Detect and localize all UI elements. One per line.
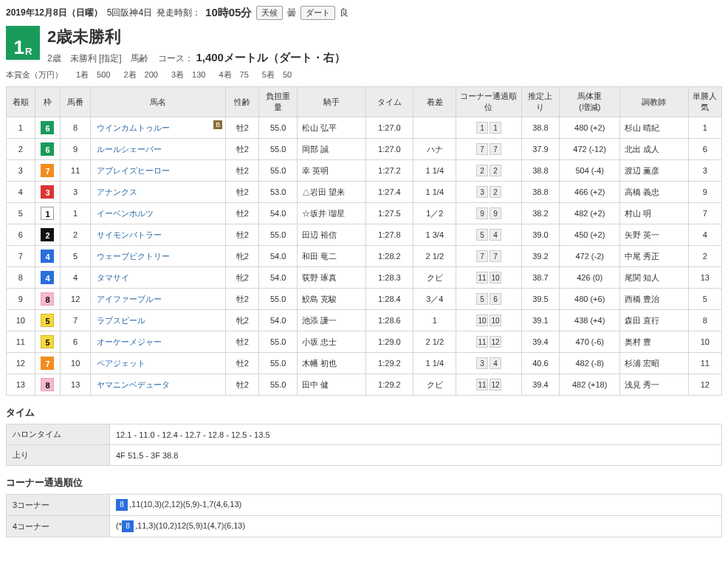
rank-cell: 11 (7, 331, 35, 353)
corner-pos: 3 (476, 186, 488, 198)
time-cell: 1:27.0 (365, 139, 413, 160)
corner-cell: 56 (456, 289, 521, 310)
horse-name-link[interactable]: ヤマニンベデュータ (97, 380, 170, 389)
corner-cell: 11 (456, 117, 521, 139)
rank-cell: 10 (7, 310, 35, 331)
waku-badge: 4 (41, 250, 54, 263)
horse-name-cell: アイファーブルー (91, 289, 226, 310)
agari-cell: 38.7 (521, 267, 560, 289)
corner-pos: 12 (490, 379, 501, 391)
margin-cell: クビ (413, 374, 456, 396)
prize-item: 3着 130 (171, 70, 205, 79)
margin-cell: 1 3/4 (413, 224, 456, 246)
sex-age-cell: 牡2 (226, 224, 259, 246)
carry-weight-cell: 55.0 (259, 160, 298, 182)
corner-cell: 54 (456, 224, 521, 246)
rank-cell: 12 (7, 353, 35, 374)
track-label: ダート (301, 6, 335, 20)
corner-pos: 5 (476, 293, 488, 305)
rank-cell: 5 (7, 203, 35, 224)
horse-weight-cell: 466 (+2) (560, 182, 620, 203)
corner-pos: 11 (476, 272, 488, 283)
corner-pos: 11 (476, 379, 488, 391)
corner-pos: 1 (476, 122, 488, 134)
waku-badge: 6 (41, 142, 54, 156)
horse-name-link[interactable]: ウインカムトゥルー (97, 123, 170, 132)
sex-age-cell: 牡2 (226, 182, 259, 203)
jockey-cell: 池添 謙一 (298, 310, 366, 331)
margin-cell: クビ (413, 267, 456, 289)
umaban-cell: 10 (61, 353, 91, 374)
horse-name-link[interactable]: タマサイ (97, 273, 129, 282)
corner-pos: 10 (476, 314, 488, 326)
umaban-cell: 6 (61, 331, 91, 353)
prize-item: 2着 200 (123, 70, 157, 79)
race-block: 1 R 2歳未勝利 2歳 未勝利 [指定] 馬齢 コース： 1,400メートル（… (6, 26, 722, 65)
umaban-cell: 7 (61, 310, 91, 331)
popularity-cell: 11 (688, 353, 721, 374)
column-header: 性齢 (226, 87, 259, 117)
time-table: ハロンタイム12.1 - 11.0 - 12.4 - 12.7 - 12.8 -… (6, 424, 722, 466)
corner-pos: 6 (490, 293, 501, 305)
horse-name-link[interactable]: ウェーブビクトリー (97, 252, 170, 261)
trainer-cell: 奥村 豊 (620, 331, 689, 353)
waku-cell: 5 (35, 310, 60, 331)
umaban-cell: 9 (61, 139, 91, 160)
horse-name-link[interactable]: サイモンバトラー (97, 230, 162, 239)
corner-pos: 4 (490, 357, 501, 369)
horse-name-link[interactable]: イーベンホルツ (97, 209, 154, 218)
horse-name-link[interactable]: ペアジェット (97, 359, 145, 368)
corner-row-label: 4コーナー (7, 516, 110, 537)
horse-name-link[interactable]: アナンクス (97, 187, 137, 196)
time-cell: 1:28.4 (365, 289, 413, 310)
waku-badge: 7 (41, 164, 54, 177)
table-row: 511イーベンホルツ牡254.0☆坂井 瑠星1:27.51／29938.2482… (7, 203, 722, 224)
blinker-badge: B (213, 120, 222, 129)
rank-cell: 6 (7, 224, 35, 246)
horse-name-link[interactable]: アブレイズヒーロー (97, 166, 170, 175)
trainer-cell: 北出 成人 (620, 139, 689, 160)
waku-cell: 2 (35, 224, 60, 246)
horse-weight-cell: 480 (+6) (560, 289, 620, 310)
popularity-cell: 13 (688, 267, 721, 289)
jockey-cell: 小坂 忠士 (298, 331, 366, 353)
track-value: 良 (340, 7, 348, 19)
column-header: 枠 (35, 87, 60, 117)
column-header: 馬体重(増減) (560, 87, 620, 117)
corner-pos: 11 (476, 336, 488, 348)
column-header: コーナー通過順位 (456, 87, 521, 117)
table-row: 269ルールシェーバー牡255.0岡部 誠1:27.0ハナ7737.9472 (… (7, 139, 722, 160)
popularity-cell: 8 (688, 310, 721, 331)
header-line: 2019年12月8日（日曜） 5回阪神4日 発走時刻： 10時05分 天候 曇 … (6, 6, 722, 20)
waku-badge: 2 (41, 228, 54, 241)
umaban-cell: 3 (61, 182, 91, 203)
waku-cell: 7 (35, 160, 60, 182)
popularity-cell: 9 (688, 182, 721, 203)
trainer-cell: 杉山 晴紀 (620, 117, 689, 139)
table-header-row: 着順枠馬番馬名性齢負担重量騎手タイム着差コーナー通過順位推定上り馬体重(増減)調… (7, 87, 722, 117)
jockey-cell: 田中 健 (298, 374, 366, 396)
corner-pos: 9 (490, 207, 501, 219)
carry-weight-cell: 54.0 (259, 246, 298, 267)
race-date: 2019年12月8日（日曜） (6, 7, 103, 19)
trainer-cell: 渡辺 薫彦 (620, 160, 689, 182)
corner-cell: 77 (456, 246, 521, 267)
time-cell: 1:28.6 (365, 310, 413, 331)
carry-weight-cell: 55.0 (259, 289, 298, 310)
waku-cell: 7 (35, 353, 60, 374)
horse-name-link[interactable]: ルールシェーバー (97, 145, 162, 154)
waku-badge: 5 (41, 314, 54, 327)
waku-badge: 8 (41, 292, 54, 306)
agari-cell: 39.4 (521, 331, 560, 353)
rank-cell: 1 (7, 117, 35, 139)
horse-name-link[interactable]: ラブスピール (97, 316, 145, 325)
horse-weight-cell: 438 (+4) (560, 310, 620, 331)
waku-cell: 8 (35, 289, 60, 310)
horse-name-link[interactable]: アイファーブルー (97, 295, 162, 303)
post-time: 10時05分 (205, 6, 252, 20)
margin-cell: 1／2 (413, 203, 456, 224)
horse-name-link[interactable]: オーケーメジャー (97, 337, 162, 346)
horse-weight-cell: 470 (-6) (560, 331, 620, 353)
horse-weight-cell: 472 (-2) (560, 246, 620, 267)
trainer-cell: 森田 直行 (620, 310, 689, 331)
